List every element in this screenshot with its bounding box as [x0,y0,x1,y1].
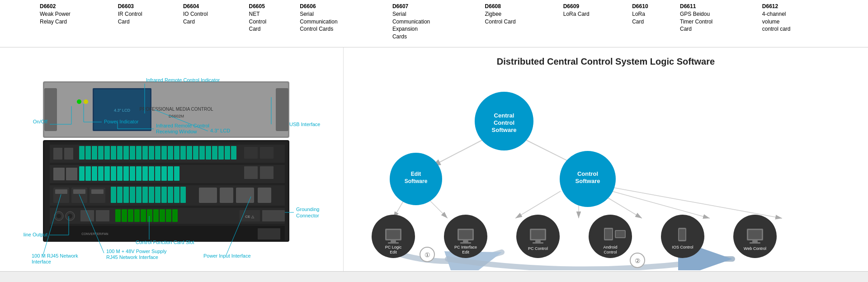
svg-rect-16 [79,146,85,160]
svg-text:Web Control: Web Control [744,246,766,251]
svg-rect-201 [752,240,758,242]
svg-rect-196 [679,229,685,240]
svg-rect-184 [535,240,541,242]
svg-rect-75 [136,187,142,203]
svg-rect-22 [117,146,123,160]
svg-text:Connector: Connector [296,213,319,218]
cell-d6610: D6610LoRaCard [628,2,676,42]
svg-rect-183 [531,230,545,239]
svg-rect-14 [53,148,62,160]
svg-line-148 [515,191,561,218]
svg-rect-46 [79,166,85,181]
svg-text:Infrared Remote Control Indica: Infrared Remote Control Indicator [146,77,220,83]
svg-rect-98 [141,209,146,222]
svg-rect-45 [66,168,77,180]
svg-rect-94 [115,209,121,222]
svg-rect-55 [136,166,142,181]
svg-rect-79 [161,187,167,203]
svg-rect-54 [130,166,135,181]
svg-rect-93 [96,210,109,221]
svg-rect-51 [111,166,116,181]
svg-rect-82 [180,187,186,203]
svg-rect-47 [85,166,91,181]
svg-text:Central: Central [494,112,514,119]
svg-text:②: ② [635,257,641,264]
svg-rect-60 [168,166,173,181]
svg-text:Software: Software [405,178,428,184]
cell-d6605: D6605NETControlCard [245,2,297,42]
cell-d6603: D6603IR ControlCard [114,2,179,42]
svg-text:Control: Control [577,170,598,177]
svg-rect-26 [142,146,148,160]
svg-text:①: ① [425,251,430,258]
svg-line-151 [604,189,710,218]
svg-point-8 [84,99,88,104]
svg-rect-20 [104,146,110,160]
svg-rect-202 [750,242,760,244]
left-panel: 4.3" LCD PROFESSIONAL MEDIA CONTROL D660… [0,47,344,271]
svg-rect-61 [174,166,179,181]
svg-rect-15 [64,148,73,160]
svg-line-144 [432,137,488,166]
svg-rect-49 [98,166,104,181]
svg-rect-56 [142,166,148,181]
svg-rect-19 [98,146,104,160]
svg-rect-38 [218,146,224,160]
svg-rect-41 [244,147,258,159]
svg-text:Control: Control [604,250,617,254]
svg-rect-42 [260,147,274,159]
device-container: 4.3" LCD PROFESSIONAL MEDIA CONTROL D660… [5,52,339,267]
svg-rect-48 [92,166,97,181]
svg-text:Control: Control [494,119,514,126]
svg-point-89 [57,214,61,218]
svg-rect-52 [117,166,123,181]
svg-rect-29 [161,146,167,160]
svg-text:4.3" LCD: 4.3" LCD [210,128,230,133]
svg-text:Interface: Interface [32,259,51,264]
svg-rect-200 [748,230,762,239]
svg-rect-44 [53,168,65,180]
svg-rect-3 [276,88,288,131]
svg-rect-24 [130,146,135,160]
svg-rect-40 [231,146,236,160]
svg-rect-95 [122,209,127,222]
svg-rect-32 [180,146,186,160]
svg-text:IOS Control: IOS Control [672,245,693,249]
svg-text:CE △: CE △ [245,215,254,219]
svg-rect-25 [136,146,142,160]
svg-text:Android: Android [603,245,617,249]
svg-rect-72 [117,187,123,203]
svg-rect-68 [73,189,85,194]
svg-text:USB Interface: USB Interface [289,122,320,127]
svg-rect-39 [225,146,230,160]
cell-d6609: D6609LoRa Card [560,2,629,42]
svg-text:Software: Software [492,127,517,133]
svg-text:Edit: Edit [462,250,469,254]
svg-text:Grounding: Grounding [296,207,319,212]
right-panel: Distributed Central Control System Logic… [344,47,868,271]
cell-d6604: D6604IO ControlCard [179,2,245,42]
svg-text:Receiving Window: Receiving Window [156,129,197,134]
svg-rect-50 [104,166,110,181]
svg-rect-103 [172,209,178,222]
svg-rect-189 [605,229,612,239]
svg-rect-27 [149,146,154,160]
svg-rect-71 [111,187,116,203]
svg-text:Power Indicator: Power Indicator [104,119,139,124]
svg-rect-101 [160,209,165,222]
svg-rect-81 [174,187,179,203]
svg-rect-85 [236,188,254,203]
svg-rect-62 [244,166,258,179]
cell-d6606: D6606SerialCommunicationControl Cards [296,2,389,42]
svg-rect-100 [153,209,159,222]
svg-rect-57 [149,166,154,181]
svg-text:RJ45 Network Interface: RJ45 Network Interface [106,254,158,260]
svg-rect-73 [123,187,129,203]
cell-d6602: D6602Weak PowerRelay Card [36,2,114,42]
svg-rect-35 [199,146,205,160]
svg-rect-77 [149,187,154,203]
svg-rect-28 [155,146,160,160]
svg-rect-97 [134,209,140,222]
svg-text:4.3" LCD: 4.3" LCD [114,108,131,113]
svg-rect-171 [388,242,399,244]
